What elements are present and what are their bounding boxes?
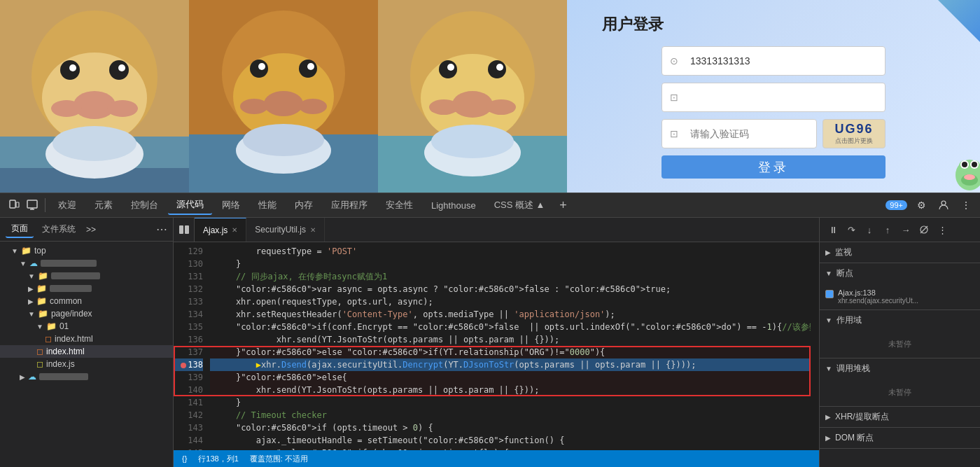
- section-bp-label: 断点: [836, 267, 853, 279]
- section-xhr-header[interactable]: ▶ XHR/提取断点: [820, 407, 980, 427]
- editor-tab-security-close[interactable]: ✕: [310, 226, 316, 234]
- section-xhr: ▶ XHR/提取断点: [820, 407, 980, 428]
- section-scope-header[interactable]: ▼ 作用域: [820, 310, 980, 330]
- line-number-130: 130: [174, 258, 203, 270]
- more-debug-icon[interactable]: ⋮: [934, 222, 950, 237]
- tree-more-icon[interactable]: ⋯: [156, 223, 167, 236]
- step-over-icon[interactable]: ↷: [844, 222, 859, 237]
- code-line-144: ajax._timeoutHandle = setTimeout("color:…: [210, 434, 811, 447]
- folder-icon-01: 📁: [46, 321, 57, 331]
- line-number-142: 142: [174, 409, 203, 421]
- line-number-129: 129: [174, 245, 203, 258]
- line-number-144: 144: [174, 434, 203, 447]
- expand-arrow-pi: ▼: [28, 310, 35, 318]
- line-number-136: 136: [174, 333, 203, 346]
- tree-label-01: 01: [59, 321, 69, 331]
- tab-network[interactable]: 网络: [214, 196, 248, 214]
- section-dom: ▶ DOM 断点: [820, 428, 980, 449]
- toolbar-separator-1: [45, 198, 46, 212]
- tab-memory[interactable]: 内存: [286, 196, 321, 214]
- line-number-138: 138: [174, 358, 203, 371]
- scope-empty-text: 未暂停: [825, 333, 974, 355]
- section-watch-label: 监视: [835, 246, 852, 258]
- line-number-132: 132: [174, 283, 203, 295]
- tab-performance[interactable]: 性能: [250, 196, 285, 214]
- section-watch-header[interactable]: ▶ 监视: [820, 242, 980, 263]
- password-input[interactable]: [662, 83, 886, 112]
- deactivate-bp-icon[interactable]: [916, 222, 932, 237]
- section-cs-header[interactable]: ▼ 调用堆栈: [820, 358, 980, 379]
- tab-welcome[interactable]: 欢迎: [50, 196, 85, 214]
- expand-arrow-cloud2: ▶: [20, 373, 25, 381]
- svg-rect-56: [185, 225, 189, 234]
- tab-application[interactable]: 应用程序: [323, 196, 376, 214]
- tab-security[interactable]: 安全性: [377, 196, 421, 214]
- step-out-icon[interactable]: ↑: [880, 222, 895, 237]
- line-number-141: 141: [174, 396, 203, 409]
- editor-tabs: Ajax.js ✕ SecurityUtil.js ✕: [174, 218, 819, 242]
- inspect-icon[interactable]: [24, 197, 41, 214]
- bp-checkbox-1[interactable]: [825, 290, 834, 298]
- notification-badge: 99+: [886, 200, 907, 210]
- tab-elements[interactable]: 元素: [86, 196, 121, 214]
- editor-tab-security[interactable]: SecurityUtil.js ✕: [246, 218, 325, 242]
- code-line-143: "color:#c586c0">if (opts.timeout > 0) {: [210, 421, 811, 434]
- captcha-input[interactable]: [662, 119, 817, 148]
- section-dom-header[interactable]: ▶ DOM 断点: [820, 428, 980, 448]
- tree-item-subfolder-2[interactable]: ▶ 📁: [0, 282, 173, 295]
- code-line-139: }"color:#c586c0">else{: [210, 371, 811, 384]
- editor-toggle-icon[interactable]: [174, 218, 195, 242]
- line-numbers: 1291301311321331341351361371381391401411…: [174, 242, 210, 450]
- device-toggle-icon[interactable]: [6, 197, 22, 214]
- tree-item-top[interactable]: ▼ 📁 top: [0, 244, 173, 257]
- scope-status: 覆盖范围: 不适用: [250, 454, 308, 464]
- section-bp-header[interactable]: ▼ 断点: [820, 263, 980, 284]
- editor-tab-ajax[interactable]: Ajax.js ✕: [195, 218, 246, 242]
- expand-arrow-01: ▼: [36, 323, 43, 330]
- tree-item-01[interactable]: ▼ 📁 01: [0, 320, 173, 333]
- bp-arrow-icon: ▼: [825, 270, 832, 277]
- captcha-image[interactable]: UG96 点击图片更换: [822, 119, 886, 148]
- login-button[interactable]: 登录: [662, 155, 886, 179]
- profile-icon[interactable]: [935, 197, 952, 214]
- tree-item-index-html-01[interactable]: ◻ index.html: [0, 333, 173, 345]
- tree-item-subfolder-1[interactable]: ▼ 📁: [0, 270, 173, 282]
- tree-item-pageindex[interactable]: ▼ 📁 page/index: [0, 307, 173, 320]
- svg-point-9: [107, 100, 138, 117]
- step-into-icon[interactable]: ↓: [862, 222, 877, 237]
- editor-tab-ajax-label: Ajax.js: [203, 225, 227, 235]
- svg-point-36: [486, 99, 516, 115]
- tree-label-indexjs: index.js: [46, 359, 75, 369]
- username-input[interactable]: [662, 46, 886, 76]
- tab-css-overview[interactable]: CSS 概述 ▲: [486, 196, 554, 214]
- svg-point-54: [941, 201, 946, 205]
- code-line-136: xhr.send(YT.JsonToStr(opts.params || opt…: [210, 333, 811, 346]
- expand-arrow-top: ▼: [11, 247, 18, 255]
- editor-tab-ajax-close[interactable]: ✕: [232, 226, 237, 234]
- tab-page[interactable]: 页面: [6, 221, 34, 238]
- tree-item-index-js[interactable]: ◻ index.js: [0, 358, 173, 370]
- tree-item-cloud-2[interactable]: ▶ ☁: [0, 370, 173, 383]
- svg-point-6: [118, 64, 125, 71]
- code-scrollbar[interactable]: [811, 242, 819, 450]
- code-line-129: requestType = 'POST': [210, 245, 811, 258]
- settings-icon[interactable]: ⚙: [913, 197, 930, 214]
- tree-item-cloud-1[interactable]: ▼ ☁: [0, 257, 173, 270]
- tree-item-common[interactable]: ▶ 📁 common: [0, 295, 173, 307]
- tab-filesystem[interactable]: 文件系统: [36, 221, 81, 237]
- expand-tree-icon[interactable]: >>: [84, 223, 98, 237]
- captcha-hint: 点击图片更换: [835, 137, 873, 146]
- pause-icon[interactable]: ⏸: [825, 222, 841, 237]
- more-options-icon[interactable]: ⋮: [958, 197, 974, 214]
- tab-lighthouse[interactable]: Lighthouse: [423, 197, 484, 214]
- user-icon: ⊙: [670, 55, 678, 67]
- tree-label-common: common: [50, 296, 82, 306]
- tab-console[interactable]: 控制台: [122, 196, 167, 214]
- code-content[interactable]: requestType = 'POST' } // 同步ajax, 在传参时as…: [210, 242, 811, 450]
- add-tab-icon[interactable]: +: [554, 197, 571, 214]
- tree-item-index-html-selected[interactable]: ◻ index.html: [0, 345, 173, 358]
- file-tree: ▼ 📁 top ▼ ☁ ▼ 📁 ▶ 📁 ▶: [0, 242, 173, 467]
- tab-sources[interactable]: 源代码: [168, 195, 212, 215]
- step-icon[interactable]: →: [898, 222, 913, 237]
- svg-rect-50: [16, 202, 19, 207]
